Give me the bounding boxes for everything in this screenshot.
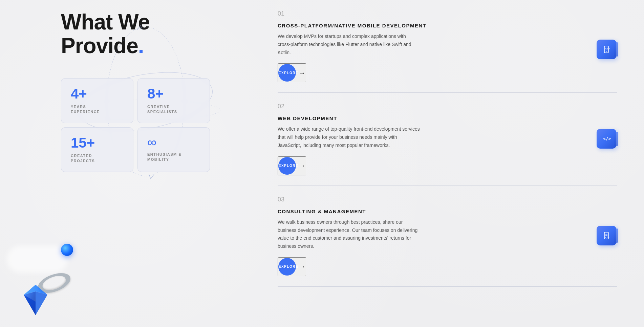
- web-dev-icon: </>: [597, 129, 617, 149]
- explore-label-consulting: EXPLORE: [279, 265, 298, 268]
- stat-specialists-number: 8+: [147, 87, 200, 101]
- svg-marker-5: [36, 291, 47, 315]
- explore-circle-consulting: EXPLORE: [278, 258, 296, 276]
- infinity-icon: ∞: [147, 136, 200, 149]
- stat-enthusiasm-label: ENTHUSIASM &MOBILITY: [147, 152, 200, 162]
- service-desc-web: We offer a wide range of top-quality fro…: [278, 125, 420, 149]
- explore-button-consulting[interactable]: EXPLORE →: [278, 257, 306, 276]
- stat-years-number: 4+: [71, 87, 124, 101]
- sphere-decoration: [61, 244, 73, 256]
- explore-label-mobile: EXPLORE: [279, 71, 298, 75]
- cloud-decoration: [7, 246, 68, 273]
- service-number-3: 03: [278, 196, 617, 203]
- svg-text:</>: </>: [605, 47, 610, 50]
- mobile-dev-icon: </>: [597, 40, 617, 60]
- stat-card-specialists: 8+ CREATIVESPECIALISTS: [137, 78, 210, 123]
- svg-text:</>: </>: [605, 236, 609, 239]
- service-desc-consulting: We walk business owners through best pra…: [278, 218, 420, 250]
- service-number-1: 01: [278, 10, 617, 17]
- stat-projects-number: 15+: [71, 136, 124, 150]
- stat-specialists-label: CREATIVESPECIALISTS: [147, 104, 200, 115]
- service-item-mobile: 01 CROSS-PLATFORM/NATIVE MOBILE DEVELOPM…: [278, 7, 617, 93]
- page-title: What We Provide.: [61, 10, 237, 58]
- explore-label-web: EXPLORE: [279, 164, 298, 168]
- stat-projects-label: CREATEDPROJECTS: [71, 153, 124, 164]
- explore-button-web[interactable]: EXPLORE →: [278, 156, 306, 175]
- service-number-2: 02: [278, 103, 617, 110]
- right-panel: 01 CROSS-PLATFORM/NATIVE MOBILE DEVELOPM…: [257, 0, 644, 327]
- service-title-consulting: CONSULTING & MANAGEMENT: [278, 209, 617, 214]
- stats-grid: 4+ YEARSEXPERIENCE 8+ CREATIVESPECIALIST…: [61, 78, 210, 172]
- svg-text:</>: </>: [603, 136, 611, 141]
- left-panel: What We Provide. 4+ YEARSEXPERIENCE 8+ C…: [0, 0, 257, 327]
- consulting-icon: </>: [597, 226, 617, 246]
- stat-card-projects: 15+ CREATEDPROJECTS: [61, 127, 133, 172]
- diamond-icon: [20, 283, 51, 317]
- explore-arrow-consulting: →: [299, 263, 305, 270]
- stat-card-years: 4+ YEARSEXPERIENCE: [61, 78, 133, 123]
- explore-circle-web: EXPLORE: [278, 157, 296, 175]
- title-text: What We Provide: [61, 10, 150, 58]
- explore-button-mobile[interactable]: EXPLORE →: [278, 63, 306, 82]
- stat-card-enthusiasm: ∞ ENTHUSIASM &MOBILITY: [137, 127, 210, 172]
- service-desc-mobile: We develop MVPs for startups and complex…: [278, 32, 420, 57]
- explore-arrow-web: →: [299, 162, 305, 170]
- explore-arrow-mobile: →: [299, 69, 305, 77]
- service-title-mobile: CROSS-PLATFORM/NATIVE MOBILE DEVELOPMENT: [278, 23, 617, 28]
- service-item-consulting: 03 CONSULTING & MANAGEMENT We walk busin…: [278, 186, 617, 287]
- stat-years-label: YEARSEXPERIENCE: [71, 104, 124, 115]
- explore-circle-mobile: EXPLORE: [278, 64, 296, 82]
- title-dot: .: [138, 34, 144, 58]
- decorative-3d-object: [7, 232, 74, 327]
- service-item-web: 02 WEB DEVELOPMENT We offer a wide range…: [278, 93, 617, 186]
- service-title-web: WEB DEVELOPMENT: [278, 115, 617, 121]
